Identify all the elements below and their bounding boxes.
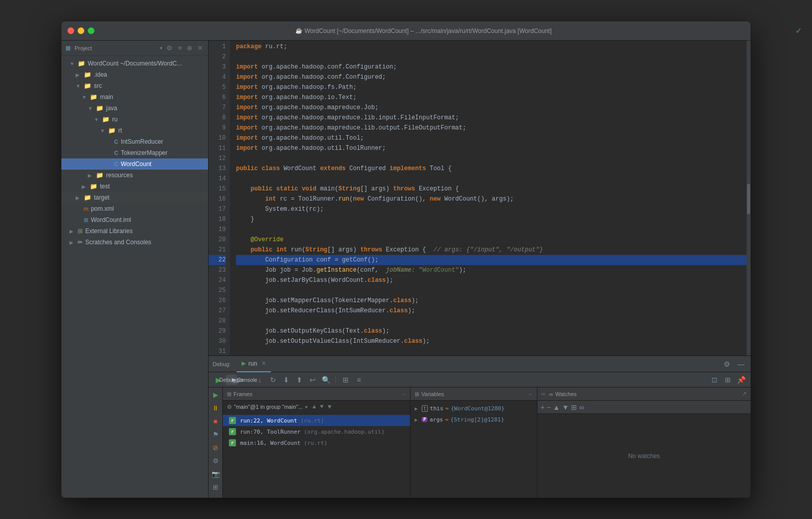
restore-layout-icon[interactable]: ⊡ — [709, 374, 720, 385]
code-line: import org.apache.hadoop.conf.Configured… — [236, 72, 747, 82]
debug-minimize-icon[interactable]: — — [735, 359, 747, 370]
thread-selector[interactable]: ⚙ "main"@1 in group "main"... ▾ ▲ ▼ ▼ — [223, 401, 410, 413]
code-line: import org.apache.hadoop.util.Tool; — [236, 133, 747, 143]
debug-settings-icon[interactable]: ⚙ — [721, 359, 732, 370]
tree-arrow: ▶ — [88, 173, 94, 178]
tree-item-idea[interactable]: ▶ 📁 .idea — [61, 69, 208, 80]
copy-watch-btn[interactable]: ⊞ — [571, 403, 577, 411]
mute-breakpoints-btn[interactable]: ⊘ — [211, 442, 221, 452]
close-button[interactable] — [67, 27, 74, 34]
pause-side-btn[interactable]: ⏸ — [211, 403, 221, 413]
thread-icon: ⚙ — [227, 404, 232, 410]
frame-label: run:70, ToolRunner (org.apache.hadoop.ut… — [240, 429, 385, 435]
tree-label: ru — [112, 116, 118, 123]
run-to-cursor-icon[interactable]: ↩ — [307, 374, 318, 385]
tree-item-java-dir[interactable]: ▼ 📁 java — [61, 103, 208, 114]
console-icon: ▶ — [232, 377, 236, 382]
variable-item-this[interactable]: ▶ t this = {WordCount@1280} — [411, 403, 537, 414]
tree-item-target[interactable]: ▶ 📁 target — [61, 192, 208, 203]
sidebar-header: ▦ Project ▾ ⚙ ≡ ⊕ ✕ — [61, 41, 208, 56]
frames-header-label: Frames — [233, 391, 252, 397]
tree-item-ru[interactable]: ▼ 📁 ru — [61, 114, 208, 125]
watch-up-btn[interactable]: ▲ — [553, 403, 560, 411]
settings-side-btn[interactable]: ⚙ — [211, 456, 221, 466]
var-expand-arrow[interactable]: ▶ — [415, 417, 422, 423]
frame-item[interactable]: r main:16, WordCount (ru.rt) — [223, 437, 410, 448]
xml-icon: m — [84, 206, 88, 212]
code-line: import org.apache.hadoop.mapreduce.lib.i… — [236, 113, 747, 123]
pin-icon[interactable]: 📌 — [735, 374, 747, 385]
dump-threads-icon[interactable]: ≡ — [353, 374, 364, 385]
tree-item-test[interactable]: ▶ 📁 test — [61, 181, 208, 192]
debug-left-sidebar: ▶ ⏸ ■ ⚑ ⊘ ⚙ 📷 ⊞ — [209, 387, 223, 498]
ru-folder-icon: 📁 — [102, 116, 110, 123]
stop-side-btn[interactable]: ■ — [211, 416, 221, 426]
tree-item-iml[interactable]: ⊞ WordCount.iml — [61, 214, 208, 225]
tree-item-intsumreducer[interactable]: C IntSumReducer — [61, 136, 208, 147]
infinity-watch-btn[interactable]: ∞ — [579, 403, 584, 411]
variable-item-args[interactable]: ▶ P args = {String[2]@1281} — [411, 414, 537, 425]
settings-icon2[interactable]: ⊞ — [722, 374, 733, 385]
step-over-icon[interactable]: ↓ — [254, 374, 265, 385]
frames-arrow-right[interactable]: → — [400, 391, 406, 397]
watches-minimize[interactable]: ↗ — [742, 391, 747, 397]
thread-nav-down[interactable]: ▼ — [319, 403, 325, 410]
tree-label: target — [94, 194, 110, 201]
add-watch-btn[interactable]: + — [540, 403, 545, 411]
step-into-icon[interactable]: ⬇ — [281, 374, 292, 385]
code-editor[interactable]: 1 2 3 4 5 6 7 8 9 10 11 12 13 14 15 16 1 — [209, 41, 751, 355]
code-line: job.setMapperClass(TokenizerMapper.class… — [236, 296, 747, 306]
code-content[interactable]: package ru.rt; import org.apache.hadoop.… — [230, 41, 747, 355]
watch-down-btn[interactable]: ▼ — [562, 403, 569, 411]
frame-item[interactable]: r run:70, ToolRunner (org.apache.hadoop.… — [223, 426, 410, 437]
tab-close-icon[interactable]: ✕ — [261, 360, 266, 367]
settings-icon[interactable]: ⚙ — [165, 43, 174, 53]
console-tab[interactable]: ▶Console — [239, 374, 250, 385]
tree-item-main[interactable]: ▼ 📁 main — [61, 91, 208, 103]
memory-icon[interactable]: ⊞ — [340, 374, 351, 385]
debug-toolbar: ▶ Debugger ▶Console ↓ ↻ ⬇ ⬆ ↩ 🔍 ⊞ ≡ ⊡ — [209, 372, 751, 387]
dropdown-arrow[interactable]: ▾ — [160, 45, 162, 51]
tree-arrow: ▼ — [88, 106, 94, 111]
camera-side-btn[interactable]: 📷 — [211, 469, 221, 479]
library-icon: ⊞ — [78, 228, 83, 235]
variables-arrow-right[interactable]: → — [527, 391, 533, 397]
thread-nav-up[interactable]: ▲ — [312, 403, 317, 410]
debug-tab-run[interactable]: ▶ run ✕ — [236, 356, 270, 372]
var-expand-arrow[interactable]: ▶ — [415, 406, 422, 411]
close-sidebar-icon[interactable]: ✕ — [196, 43, 204, 53]
frame-item[interactable]: r run:22, WordCount (ru.rt) — [223, 415, 410, 426]
remove-watch-btn[interactable]: − — [547, 403, 551, 411]
tree-item-wordcount-root[interactable]: ▼ 📁 WordCount ~/Documents/WordC... — [61, 58, 208, 69]
resume-side-btn[interactable]: ▶ — [211, 390, 221, 400]
minimize-button[interactable] — [78, 27, 84, 34]
tree-item-src[interactable]: ▼ 📁 src — [61, 80, 208, 91]
layout-side-btn[interactable]: ⊞ — [211, 482, 221, 492]
evaluate-icon[interactable]: 🔍 — [320, 374, 331, 385]
tree-item-rt[interactable]: ▼ 📁 rt — [61, 125, 208, 136]
tree-item-wordcount[interactable]: C WordCount — [61, 158, 208, 170]
scrollbar-thumb[interactable] — [747, 184, 750, 214]
tree-item-resources[interactable]: ▶ 📁 resources — [61, 170, 208, 181]
rerun-icon[interactable]: ↻ — [267, 374, 279, 385]
step-out-icon[interactable]: ⬆ — [294, 374, 305, 385]
thread-dropdown[interactable]: "main"@1 in group "main"... ▾ — [234, 404, 308, 410]
code-line-highlighted: Configuration conf = getConf(); — [236, 255, 747, 265]
view-breakpoints-btn[interactable]: ⚑ — [211, 429, 221, 439]
code-line: job.setOutputValueClass(IntSumReducer.cl… — [236, 336, 747, 346]
vertical-scrollbar[interactable] — [747, 41, 751, 355]
code-line — [236, 346, 747, 355]
maximize-button[interactable] — [88, 27, 94, 34]
sort-icon[interactable]: ≡ — [177, 43, 183, 53]
frames-header-actions: → — [400, 391, 406, 397]
tree-item-tokenizermapper[interactable]: C TokenizerMapper — [61, 147, 208, 158]
expand-icon[interactable]: ⊕ — [186, 43, 193, 53]
iml-icon: ⊞ — [84, 217, 88, 223]
thread-filter-icon[interactable]: ▼ — [326, 403, 332, 410]
tree-arrow: ▶ — [76, 72, 82, 78]
tree-item-scratches[interactable]: ▶ ✏ Scratches and Consoles — [61, 237, 208, 248]
debug-tab-bar: Debug: ▶ run ✕ ⚙ — — [209, 356, 751, 372]
tree-item-external-libraries[interactable]: ▶ ⊞ External Libraries — [61, 225, 208, 237]
tree-item-pom[interactable]: m pom.xml — [61, 203, 208, 214]
frames-panel: ▦ Frames → ⚙ "main"@1 in group "main"... — [223, 387, 411, 498]
